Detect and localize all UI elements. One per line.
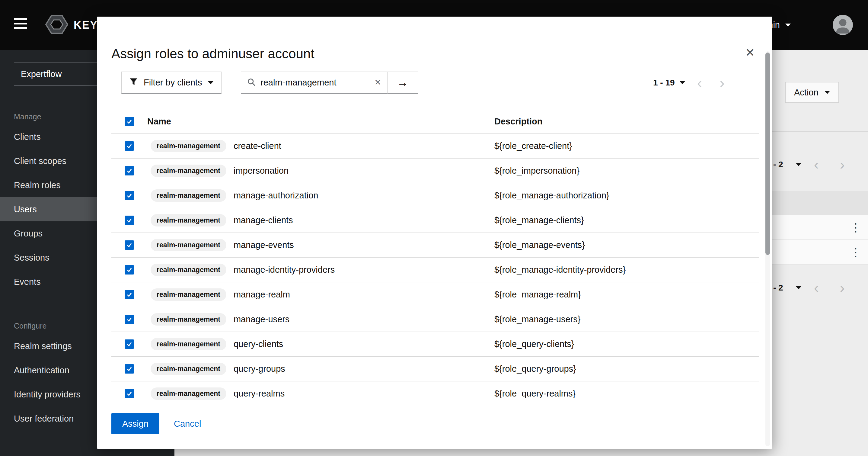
modal-scrollbar-thumb[interactable] — [765, 53, 770, 255]
next-page-icon[interactable]: › — [714, 75, 730, 90]
realm-name: Expertflow — [21, 69, 62, 79]
modal-footer: Assign Cancel — [112, 413, 201, 434]
roles-table-body: realm-management create-client ${role_cr… — [112, 134, 759, 406]
background-pagination-lower: - 2 ‹ › — [773, 281, 845, 295]
filter-by-clients-dropdown[interactable]: Filter by clients — [121, 72, 221, 94]
assign-button[interactable]: Assign — [112, 413, 159, 434]
role-description: ${role_manage-clients} — [494, 215, 759, 225]
role-description: ${role_manage-users} — [494, 314, 759, 324]
role-description: ${role_manage-identity-providers} — [494, 265, 759, 275]
role-name: query-realms — [234, 389, 285, 399]
role-name: query-groups — [234, 364, 285, 374]
table-row: realm-management manage-realm ${role_man… — [112, 282, 759, 307]
table-row: realm-management manage-authorization ${… — [112, 183, 759, 208]
next-page-icon[interactable]: › — [840, 157, 845, 172]
role-name: manage-identity-providers — [234, 265, 335, 275]
row-checkbox[interactable] — [125, 339, 134, 349]
search-input[interactable] — [260, 78, 369, 88]
table-row: realm-management query-clients ${role_qu… — [112, 332, 759, 357]
role-badge: realm-management — [151, 388, 226, 400]
row-checkbox[interactable] — [125, 290, 134, 299]
action-dropdown-button[interactable]: Action — [785, 82, 839, 103]
filter-icon — [129, 78, 137, 88]
background-pagination-upper: - 2 ‹ › — [773, 157, 845, 172]
table-row: realm-management impersonation ${role_im… — [112, 159, 759, 183]
role-name: query-clients — [234, 339, 283, 349]
row-checkbox[interactable] — [125, 191, 134, 200]
clear-search-icon[interactable]: ✕ — [374, 79, 381, 87]
next-page-icon[interactable]: › — [840, 281, 845, 295]
search-box: ✕ — [241, 72, 388, 94]
table-row: realm-management manage-clients ${role_m… — [112, 208, 759, 233]
assign-roles-modal: Assign roles to adminuser account ✕ Filt… — [97, 17, 772, 449]
modal-title: Assign roles to adminuser account — [112, 46, 314, 61]
row-checkbox[interactable] — [125, 141, 134, 151]
modal-scrollbar-track[interactable] — [765, 51, 770, 446]
chevron-down-icon — [825, 91, 830, 94]
role-name: create-client — [234, 141, 281, 151]
column-header-name: Name — [147, 117, 171, 126]
role-description: ${role_query-realms} — [494, 389, 759, 399]
pagination-range[interactable]: - 2 — [773, 160, 783, 169]
row-checkbox[interactable] — [125, 315, 134, 324]
row-checkbox[interactable] — [125, 389, 134, 398]
chevron-down-icon — [796, 286, 801, 289]
kebab-menu-icon[interactable]: ⋮ — [850, 240, 861, 264]
modal-pagination: 1 - 19 ‹ › — [653, 72, 730, 94]
column-header-description: Description — [494, 117, 759, 126]
chevron-down-icon — [785, 24, 791, 27]
table-row: realm-management manage-events ${role_ma… — [112, 233, 759, 258]
chevron-down-icon — [796, 163, 801, 166]
table-row: realm-management manage-identity-provide… — [112, 258, 759, 282]
role-badge: realm-management — [151, 338, 226, 350]
chevron-down-icon — [208, 81, 213, 84]
search-submit-button[interactable]: → — [388, 72, 418, 94]
pagination-range-dropdown[interactable]: 1 - 19 — [653, 78, 685, 88]
pagination-range[interactable]: - 2 — [773, 283, 783, 293]
avatar[interactable] — [833, 15, 853, 35]
role-badge: realm-management — [151, 288, 226, 301]
role-badge: realm-management — [151, 264, 226, 276]
kebab-menu-icon[interactable]: ⋮ — [850, 215, 861, 240]
role-badge: realm-management — [151, 214, 226, 227]
table-row: realm-management create-client ${role_cr… — [112, 134, 759, 159]
row-checkbox[interactable] — [125, 364, 134, 374]
pagination-range-label: 1 - 19 — [653, 78, 675, 88]
table-row: realm-management query-groups ${role_que… — [112, 357, 759, 381]
role-description: ${role_manage-realm} — [494, 290, 759, 300]
chevron-down-icon — [680, 81, 685, 84]
previous-page-icon[interactable]: ‹ — [692, 75, 708, 90]
row-checkbox[interactable] — [125, 240, 134, 250]
row-checkbox[interactable] — [125, 265, 134, 275]
search-icon — [247, 78, 256, 88]
role-description: ${role_manage-authorization} — [494, 191, 759, 201]
action-dropdown-label: Action — [794, 88, 818, 97]
hamburger-menu-icon[interactable] — [14, 18, 27, 32]
previous-page-icon[interactable]: ‹ — [814, 157, 819, 172]
role-description: ${role_query-groups} — [494, 364, 759, 374]
role-badge: realm-management — [151, 189, 226, 202]
close-icon[interactable]: ✕ — [745, 47, 755, 58]
role-description: ${role_manage-events} — [494, 240, 759, 250]
person-icon — [833, 15, 853, 35]
role-search: ✕ → — [241, 72, 418, 94]
modal-toolbar: Filter by clients ✕ → 1 - 19 ‹ › — [97, 72, 772, 94]
role-badge: realm-management — [151, 363, 226, 375]
row-checkbox[interactable] — [125, 166, 134, 175]
role-name: manage-users — [234, 314, 289, 324]
role-name: manage-events — [234, 240, 294, 250]
select-all-checkbox[interactable] — [125, 117, 134, 126]
role-description: ${role_query-clients} — [494, 339, 759, 349]
role-badge: realm-management — [151, 313, 226, 325]
role-badge: realm-management — [151, 140, 226, 152]
previous-page-icon[interactable]: ‹ — [814, 281, 819, 295]
role-name: manage-clients — [234, 215, 293, 225]
filter-dropdown-label: Filter by clients — [144, 78, 202, 88]
cancel-button[interactable]: Cancel — [174, 419, 201, 429]
table-header-row: Name Description — [112, 109, 759, 134]
table-row: realm-management manage-users ${role_man… — [112, 307, 759, 332]
role-name: manage-realm — [234, 290, 290, 300]
keycloak-logo-icon — [45, 15, 68, 36]
role-description: ${role_impersonation} — [494, 166, 759, 176]
row-checkbox[interactable] — [125, 216, 134, 225]
